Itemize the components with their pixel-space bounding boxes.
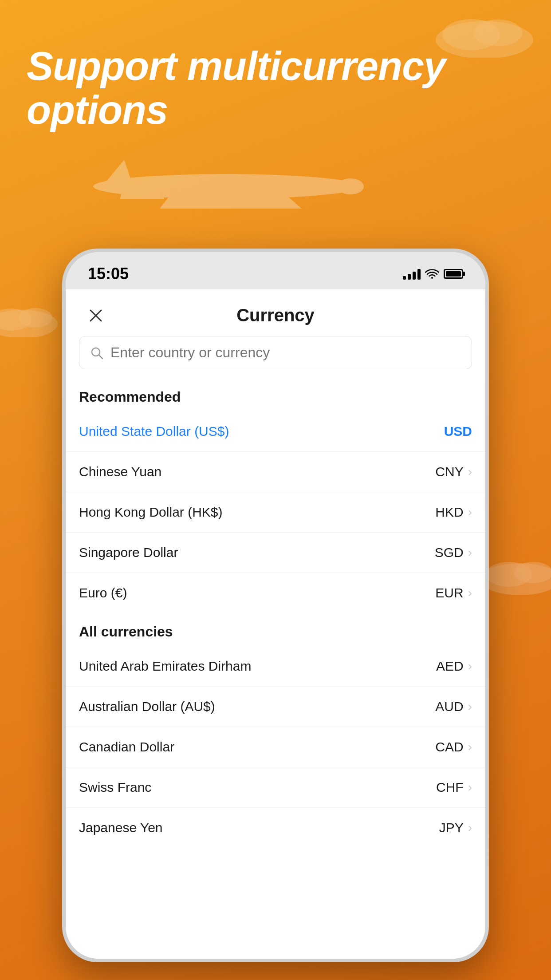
close-button[interactable] — [83, 303, 108, 328]
currency-name: United State Dollar (US$) — [79, 424, 229, 439]
chevron-right-icon: › — [468, 659, 472, 673]
currency-code-wrap: JPY› — [439, 820, 472, 835]
all-currencies-section-header: All currencies — [66, 613, 485, 646]
currency-item[interactable]: Japanese YenJPY› — [66, 808, 485, 848]
currency-item[interactable]: Canadian DollarCAD› — [66, 727, 485, 767]
chevron-right-icon: › — [468, 780, 472, 794]
currency-code: EUR — [435, 585, 463, 601]
currency-name: United Arab Emirates Dirham — [79, 659, 251, 674]
currency-code: AUD — [435, 699, 463, 714]
svg-point-5 — [514, 562, 551, 583]
status-bar: 15:05 — [66, 252, 485, 289]
wifi-icon — [425, 269, 439, 279]
currency-item[interactable]: Euro (€)EUR› — [66, 573, 485, 613]
currency-code-wrap: EUR› — [435, 585, 472, 601]
headline-line1: Support multicurrency — [27, 44, 445, 88]
chevron-right-icon: › — [468, 821, 472, 835]
currency-name: Australian Dollar (AU$) — [79, 699, 215, 714]
headline: Support multicurrency options — [27, 44, 524, 132]
recommended-currency-list: United State Dollar (US$)USDChinese Yuan… — [66, 411, 485, 613]
phone-frame: 15:05 — [62, 249, 489, 962]
signal-icon — [403, 268, 421, 280]
status-time: 15:05 — [88, 265, 129, 283]
currency-name: Canadian Dollar — [79, 739, 174, 755]
currency-code: CAD — [435, 739, 463, 755]
currency-code-wrap: CHF› — [436, 780, 472, 795]
cloud-left-decoration — [0, 302, 58, 337]
airplane-decoration — [89, 151, 364, 222]
search-container — [66, 336, 485, 378]
search-icon — [90, 346, 103, 360]
currency-item[interactable]: Swiss FrancCHF› — [66, 767, 485, 808]
currency-item[interactable]: Australian Dollar (AU$)AUD› — [66, 687, 485, 727]
currency-item[interactable]: Singapore DollarSGD› — [66, 533, 485, 573]
chevron-right-icon: › — [468, 545, 472, 560]
currency-code-wrap: AED› — [436, 659, 472, 674]
currency-code: CNY — [435, 464, 463, 479]
chevron-right-icon: › — [468, 465, 472, 479]
currency-name: Chinese Yuan — [79, 464, 161, 479]
status-icons — [403, 268, 463, 280]
currency-code-wrap: CNY› — [435, 464, 472, 479]
page-title: Currency — [236, 305, 315, 325]
currency-item[interactable]: United State Dollar (US$)USD — [66, 411, 485, 452]
recommended-section-header: Recommended — [66, 378, 485, 411]
chevron-right-icon: › — [468, 505, 472, 519]
currency-name: Hong Kong Dollar (HK$) — [79, 505, 222, 520]
currency-code-wrap: SGD› — [435, 545, 472, 560]
all-currencies-list: United Arab Emirates DirhamAED›Australia… — [66, 646, 485, 848]
phone-screen: 15:05 — [66, 252, 485, 959]
svg-marker-14 — [120, 186, 164, 199]
currency-item[interactable]: United Arab Emirates DirhamAED› — [66, 646, 485, 687]
search-box[interactable] — [79, 336, 472, 369]
currency-code: AED — [436, 659, 464, 674]
currency-name: Swiss Franc — [79, 780, 151, 795]
currency-code-wrap: HKD› — [435, 505, 472, 520]
currency-code-wrap: CAD› — [435, 739, 472, 755]
svg-line-19 — [99, 355, 102, 359]
search-input[interactable] — [110, 344, 461, 361]
svg-point-2 — [473, 20, 522, 46]
currency-code: JPY — [439, 820, 464, 835]
currency-code: USD — [444, 424, 472, 439]
currency-code: SGD — [435, 545, 464, 560]
currency-header: Currency — [66, 289, 485, 336]
battery-icon — [444, 269, 463, 279]
currency-code-wrap: AUD› — [435, 699, 472, 714]
currency-item[interactable]: Chinese YuanCNY› — [66, 452, 485, 492]
currency-item[interactable]: Hong Kong Dollar (HK$)HKD› — [66, 492, 485, 533]
app-content: Currency Recommended United State Dollar… — [66, 289, 485, 959]
svg-point-10 — [337, 178, 364, 194]
currency-code-wrap: USD — [444, 424, 472, 439]
headline-line2: options — [27, 88, 168, 132]
svg-point-15 — [431, 277, 433, 279]
cloud-bottom-right-decoration — [480, 555, 551, 595]
currency-name: Japanese Yen — [79, 820, 163, 835]
currency-code: HKD — [435, 505, 463, 520]
currency-code: CHF — [436, 780, 464, 795]
currency-name: Euro (€) — [79, 585, 127, 601]
chevron-right-icon: › — [468, 586, 472, 600]
currency-name: Singapore Dollar — [79, 545, 178, 560]
chevron-right-icon: › — [468, 740, 472, 754]
currency-list: Recommended United State Dollar (US$)USD… — [66, 378, 485, 959]
svg-point-8 — [19, 308, 52, 328]
chevron-right-icon: › — [468, 699, 472, 714]
